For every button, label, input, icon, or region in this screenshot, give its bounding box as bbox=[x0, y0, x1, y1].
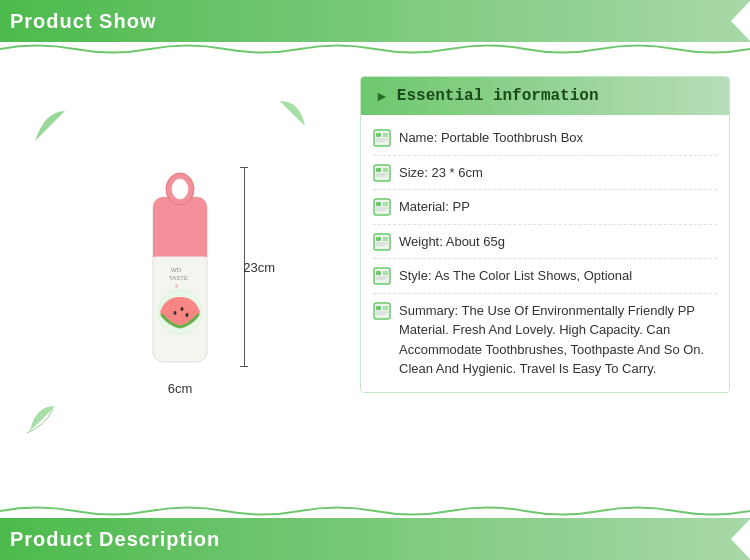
info-rows: Name: Portable Toothbrush Box Size: 23 *… bbox=[361, 115, 729, 392]
bottom-banner-bar: Product Description bbox=[0, 518, 750, 560]
svg-rect-25 bbox=[374, 199, 390, 215]
dimension-width-label: 6cm bbox=[168, 381, 193, 396]
list-icon-style bbox=[373, 267, 391, 285]
svg-rect-14 bbox=[376, 133, 381, 137]
info-text-style: Style: As The Color List Shows, Optional bbox=[399, 266, 717, 286]
svg-rect-13 bbox=[374, 130, 390, 146]
svg-rect-38 bbox=[376, 271, 381, 275]
product-image: 23cm bbox=[135, 167, 225, 367]
svg-point-4 bbox=[172, 179, 188, 199]
info-text-name: Name: Portable Toothbrush Box bbox=[399, 128, 717, 148]
svg-rect-2 bbox=[153, 235, 207, 257]
svg-rect-31 bbox=[374, 234, 390, 250]
list-icon-material bbox=[373, 198, 391, 216]
svg-rect-43 bbox=[374, 303, 390, 319]
curve-decoration-bottom bbox=[0, 504, 750, 518]
svg-rect-26 bbox=[376, 202, 381, 206]
svg-text:TASTE: TASTE bbox=[169, 275, 188, 281]
info-area: ► Essential information Name: bbox=[360, 76, 730, 486]
info-header: ► Essential information bbox=[361, 77, 729, 115]
info-text-weight: Weight: About 65g bbox=[399, 232, 717, 252]
info-row-style: Style: As The Color List Shows, Optional bbox=[373, 259, 717, 294]
info-row-summary: Summary: The Use Of Environmentally Frie… bbox=[373, 294, 717, 386]
info-row-weight: Weight: About 65g bbox=[373, 225, 717, 260]
bottom-banner: Product Description bbox=[0, 504, 750, 560]
bottom-banner-title: Product Description bbox=[10, 528, 220, 551]
svg-rect-20 bbox=[376, 168, 381, 172]
info-text-size: Size: 23 * 6cm bbox=[399, 163, 717, 183]
svg-rect-37 bbox=[374, 268, 390, 284]
curve-decoration-top bbox=[0, 42, 750, 56]
leaf-decoration-tl bbox=[30, 106, 70, 146]
info-box: ► Essential information Name: bbox=[360, 76, 730, 393]
info-header-title: Essential information bbox=[397, 87, 599, 105]
leaf-decoration-tr bbox=[275, 96, 310, 131]
info-text-material: Material: PP bbox=[399, 197, 717, 217]
info-row-name: Name: Portable Toothbrush Box bbox=[373, 121, 717, 156]
arrow-icon: ► bbox=[375, 88, 389, 104]
leaf-decoration-bl bbox=[25, 401, 60, 436]
svg-text:3: 3 bbox=[175, 283, 178, 289]
list-icon-size bbox=[373, 164, 391, 182]
info-text-summary: Summary: The Use Of Environmentally Frie… bbox=[399, 301, 717, 379]
svg-rect-19 bbox=[374, 165, 390, 181]
info-row-material: Material: PP bbox=[373, 190, 717, 225]
top-banner-bar: Product Show bbox=[0, 0, 750, 42]
list-icon-summary bbox=[373, 302, 391, 320]
main-content: 23cm bbox=[0, 56, 750, 496]
info-row-size: Size: 23 * 6cm bbox=[373, 156, 717, 191]
list-icon-name bbox=[373, 129, 391, 147]
top-banner: Product Show bbox=[0, 0, 750, 56]
dimension-height-label: 23cm bbox=[243, 259, 275, 274]
svg-rect-44 bbox=[376, 306, 381, 310]
product-container: 23cm bbox=[135, 167, 225, 396]
product-image-area: 23cm bbox=[20, 76, 340, 486]
svg-rect-32 bbox=[376, 237, 381, 241]
top-banner-title: Product Show bbox=[10, 10, 156, 33]
list-icon-weight bbox=[373, 233, 391, 251]
svg-text:WD: WD bbox=[171, 267, 182, 273]
